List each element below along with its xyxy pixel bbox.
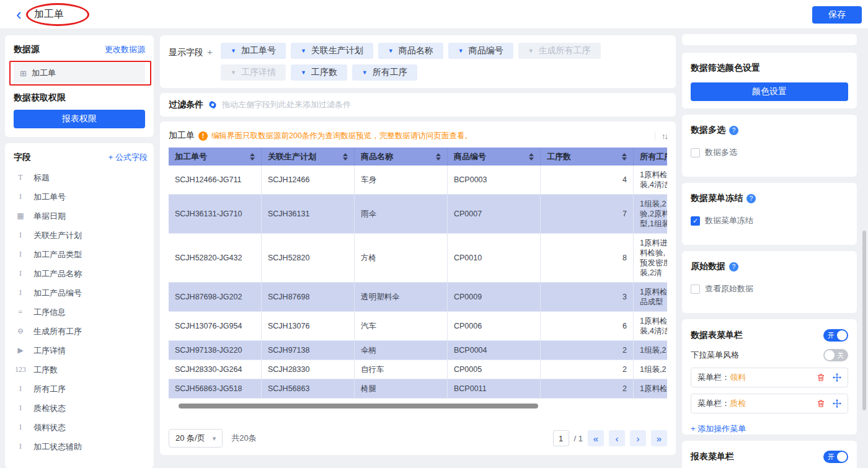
display-fields-panel: 显示字段+ ▼ 加工单号 ▼ 关联生产计划 ▼ 商品名称 ▼ 商品编号 ▼ 生成… xyxy=(160,35,676,88)
field-chip[interactable]: ▼ 生成所有工序 xyxy=(518,43,601,59)
menu-freeze-checkbox-row[interactable]: ✓ 数据菜单冻结 xyxy=(691,215,848,226)
cell-product-code: BCP0003 xyxy=(448,166,541,194)
delete-icon[interactable] xyxy=(817,373,825,382)
column-header[interactable]: 工序数 xyxy=(541,148,634,166)
table-row: SCJH56863-JG518 SCJH56863 椅腿 BCP0011 2 1… xyxy=(169,379,667,399)
cell-production-plan: SCJH36131 xyxy=(262,195,355,233)
help-icon[interactable]: ? xyxy=(729,126,738,135)
field-item[interactable]: I 所有工序 xyxy=(14,379,148,399)
raw-data-checkbox-label: 查看原始数据 xyxy=(705,283,753,294)
field-item[interactable]: I 加工产品编号 xyxy=(14,283,148,302)
field-chip[interactable]: ▼ 加工单号 xyxy=(221,43,286,59)
next-page-button[interactable]: › xyxy=(630,430,646,446)
field-chip[interactable]: ▼ 工序数 xyxy=(291,64,347,81)
field-item[interactable]: I 领料状态 xyxy=(14,418,148,437)
move-icon[interactable] xyxy=(833,399,841,408)
column-header[interactable]: 商品名称 xyxy=(355,148,448,166)
column-header[interactable]: 所有工序 xyxy=(634,148,667,166)
field-item[interactable]: 123 工序数 xyxy=(14,360,148,379)
menu-item-list: 菜单栏： 领料 菜单栏： 质检 xyxy=(691,368,848,413)
column-sort-icon[interactable] xyxy=(343,153,348,161)
column-header[interactable]: 关联生产计划 xyxy=(262,148,355,166)
color-settings-button[interactable]: 颜色设置 xyxy=(691,82,848,101)
field-label: 质检状态 xyxy=(33,403,66,414)
field-item[interactable]: T 标题 xyxy=(14,168,148,187)
delete-icon[interactable] xyxy=(817,399,825,408)
column-sort-icon[interactable] xyxy=(436,153,441,161)
field-chip[interactable]: ▼ 所有工序 xyxy=(352,64,417,81)
column-header[interactable]: 加工单号 xyxy=(169,148,262,166)
report-menu-panel: 报表菜单栏 开 xyxy=(682,441,857,468)
field-item[interactable]: ▶ 工序详情 xyxy=(14,341,148,360)
prev-page-button[interactable]: ‹ xyxy=(609,430,625,446)
column-sort-icon[interactable] xyxy=(250,153,255,161)
page-size-select[interactable]: 20 条/页 ▾ xyxy=(169,429,223,448)
change-datasource-link[interactable]: 更改数据源 xyxy=(105,44,145,55)
help-icon[interactable]: ? xyxy=(746,194,756,203)
field-item[interactable]: I 加工产品名称 xyxy=(14,264,148,283)
field-label: 关联生产计划 xyxy=(33,230,82,241)
report-menu-toggle[interactable]: 开 xyxy=(823,451,848,463)
annotation-rect xyxy=(9,61,151,86)
chevron-down-icon: ▼ xyxy=(528,48,534,54)
report-menu-title: 报表菜单栏 xyxy=(691,451,734,462)
table-row: SCJH36131-JG710 SCJH36131 雨伞 CP0007 7 1组… xyxy=(169,195,667,234)
checkbox[interactable]: ✓ xyxy=(691,148,700,157)
menu-item-name: 质检 xyxy=(730,398,746,409)
cell-product-name: 伞柄 xyxy=(355,341,448,360)
column-sort-icon[interactable] xyxy=(529,153,534,161)
field-chip-label: 所有工序 xyxy=(373,67,407,78)
add-field-icon[interactable]: + xyxy=(207,46,213,57)
left-sidebar: 数据源 更改数据源 ⊞ 加工单 数据获取权限 报表权限 字段 + 公式字段 T … xyxy=(5,35,154,468)
chevron-down-icon: ▼ xyxy=(301,69,306,76)
datasource-item[interactable]: ⊞ 加工单 xyxy=(14,63,145,84)
column-label: 加工单号 xyxy=(175,151,207,162)
checkbox[interactable]: ✓ xyxy=(691,216,700,226)
field-item[interactable]: I 关联生产计划 xyxy=(14,226,148,245)
filter-panel[interactable]: 过滤条件 拖动左侧字段到此处来添加过滤条件 xyxy=(160,93,676,117)
formula-field-link[interactable]: + 公式字段 xyxy=(108,152,148,163)
cell-process-count: 6 xyxy=(541,312,634,340)
dropdown-style-toggle[interactable]: 关 xyxy=(823,349,848,361)
first-page-button[interactable]: « xyxy=(588,430,604,446)
field-item[interactable]: I 加工单号 xyxy=(14,187,148,206)
column-sort-icon[interactable] xyxy=(622,153,627,161)
menu-item: 菜单栏： 质检 xyxy=(691,394,848,413)
field-chip[interactable]: ▼ 商品名称 xyxy=(378,43,443,59)
field-chip[interactable]: ▼ 商品编号 xyxy=(448,43,513,59)
help-icon[interactable]: ? xyxy=(729,262,738,272)
field-item[interactable]: ⊖ 生成所有工序 xyxy=(14,322,148,341)
raw-data-checkbox-row[interactable]: ✓ 查看原始数据 xyxy=(691,283,848,294)
toggle-label: 开 xyxy=(828,453,835,462)
multiselect-checkbox-row[interactable]: ✓ 数据多选 xyxy=(691,147,848,158)
cell-product-code: CP0010 xyxy=(448,234,541,282)
field-chip[interactable]: ▼ 关联生产计划 xyxy=(291,43,373,59)
column-label: 商品名称 xyxy=(361,151,393,162)
checkbox[interactable]: ✓ xyxy=(691,285,700,294)
last-page-button[interactable]: » xyxy=(651,430,667,446)
topbar: ‹ 加工单 保存 xyxy=(0,0,868,29)
vertical-scrollbar-thumb[interactable] xyxy=(862,231,866,410)
column-label: 关联生产计划 xyxy=(268,151,316,162)
column-header[interactable]: 商品编号 xyxy=(448,148,541,166)
table-menu-toggle[interactable]: 开 xyxy=(823,329,848,342)
field-item[interactable]: ≡ 工序信息 xyxy=(14,302,148,322)
field-item[interactable]: I 加工状态辅助 xyxy=(14,437,148,456)
add-action-menu-link[interactable]: + 添加操作菜单 xyxy=(691,423,746,435)
move-icon[interactable] xyxy=(833,373,841,382)
field-chip-label: 商品名称 xyxy=(399,45,433,56)
field-label: 工序信息 xyxy=(33,307,66,318)
report-permission-button[interactable]: 报表权限 xyxy=(14,110,145,128)
field-item[interactable]: I 加工产品类型 xyxy=(14,245,148,264)
gear-icon[interactable] xyxy=(208,100,217,109)
horizontal-scrollbar-thumb[interactable] xyxy=(179,404,538,408)
table-viewport: 加工单号 关联生产计划 商品名称 商品编号 工序数 xyxy=(169,148,667,399)
sort-order-icon[interactable]: ↑↓ xyxy=(655,131,667,141)
filter-placeholder: 拖动左侧字段到此处来添加过滤条件 xyxy=(222,99,351,110)
field-item[interactable]: ▦ 单据日期 xyxy=(14,206,148,226)
save-button[interactable]: 保存 xyxy=(812,6,862,24)
page-input[interactable]: 1 xyxy=(553,430,569,446)
field-chip[interactable]: ▼ 工序详情 xyxy=(221,64,286,81)
field-item[interactable]: I 质检状态 xyxy=(14,399,148,418)
back-icon[interactable]: ‹ xyxy=(16,6,22,22)
